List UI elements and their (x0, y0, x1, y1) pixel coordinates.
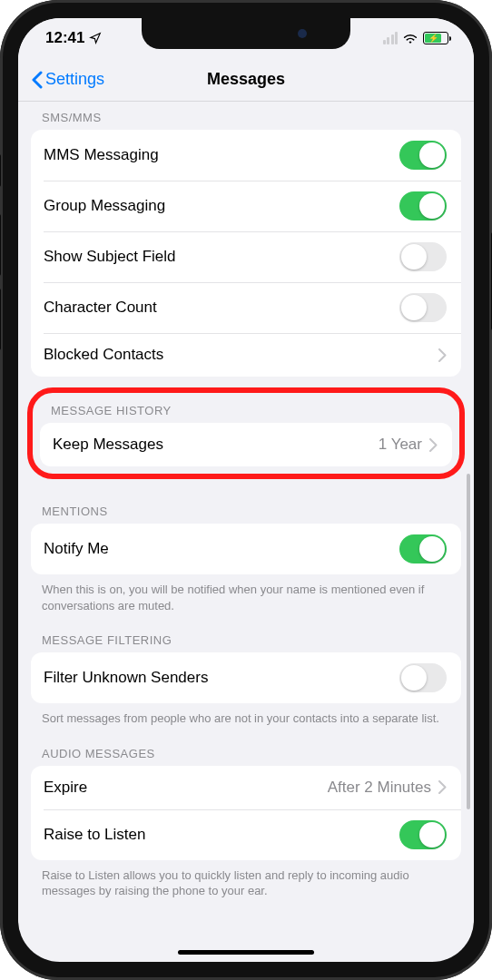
toggle-group[interactable] (399, 191, 447, 220)
cellular-icon (383, 32, 399, 44)
section-header-history: MESSAGE HISTORY (33, 393, 459, 423)
group-sms: MMS Messaging Group Messaging Show Subje… (31, 130, 461, 377)
scroll-indicator[interactable] (467, 474, 470, 809)
row-blocked-contacts[interactable]: Blocked Contacts (31, 333, 461, 377)
volume-up-button (0, 214, 1, 276)
chevron-right-icon (438, 780, 447, 794)
toggle-raise[interactable] (399, 820, 447, 849)
toggle-mms[interactable] (399, 141, 447, 170)
row-expire[interactable]: Expire After 2 Minutes (31, 766, 461, 809)
nav-bar: Settings Messages (18, 58, 474, 102)
row-label: Blocked Contacts (44, 346, 163, 364)
row-label: Keep Messages (53, 436, 163, 454)
row-group-messaging[interactable]: Group Messaging (31, 181, 461, 231)
group-history: Keep Messages 1 Year (40, 423, 452, 466)
group-audio: Expire After 2 Minutes Raise to Listen (31, 766, 461, 860)
settings-content[interactable]: SMS/MMS MMS Messaging Group Messaging Sh… (18, 102, 474, 962)
back-button[interactable]: Settings (31, 70, 104, 89)
silence-switch (0, 154, 1, 187)
wifi-icon (402, 32, 418, 44)
status-time: 12:41 (45, 29, 84, 47)
location-icon (89, 32, 102, 44)
footer-filtering: Sort messages from people who are not in… (18, 703, 474, 730)
footer-audio: Raise to Listen allows you to quickly li… (18, 860, 474, 903)
screen: 12:41 ⚡ (18, 18, 474, 962)
battery-icon: ⚡ (423, 32, 448, 44)
row-value: 1 Year (379, 436, 422, 454)
back-label: Settings (45, 70, 104, 89)
toggle-charcount[interactable] (399, 293, 447, 322)
row-show-subject[interactable]: Show Subject Field (31, 231, 461, 282)
row-mms-messaging[interactable]: MMS Messaging (31, 130, 461, 181)
section-header-sms: SMS/MMS (18, 102, 474, 130)
row-label: Show Subject Field (44, 248, 176, 266)
footer-mentions: When this is on, you will be notified wh… (18, 574, 474, 617)
row-label: MMS Messaging (44, 146, 159, 164)
row-filter-unknown[interactable]: Filter Unknown Senders (31, 652, 461, 703)
chevron-left-icon (31, 71, 44, 89)
row-keep-messages[interactable]: Keep Messages 1 Year (40, 423, 452, 466)
row-label: Group Messaging (44, 197, 165, 215)
row-label: Raise to Listen (44, 826, 145, 844)
toggle-filter[interactable] (399, 663, 447, 692)
notch (142, 18, 350, 49)
volume-down-button (0, 289, 1, 350)
highlight-message-history: MESSAGE HISTORY Keep Messages 1 Year (27, 387, 465, 479)
section-header-filtering: MESSAGE FILTERING (18, 617, 474, 652)
toggle-notify[interactable] (399, 534, 447, 564)
toggle-subject[interactable] (399, 242, 447, 271)
row-label: Expire (44, 779, 87, 797)
group-filtering: Filter Unknown Senders (31, 652, 461, 703)
section-header-mentions: MENTIONS (18, 479, 474, 524)
group-mentions: Notify Me (31, 524, 461, 574)
home-indicator[interactable] (178, 950, 314, 955)
phone-frame: 12:41 ⚡ (0, 0, 492, 980)
row-value: After 2 Minutes (328, 779, 431, 797)
chevron-right-icon (429, 438, 438, 452)
page-title: Messages (207, 70, 285, 89)
row-raise-to-listen[interactable]: Raise to Listen (31, 809, 461, 860)
section-header-audio: AUDIO MESSAGES (18, 730, 474, 766)
charging-bolt-icon: ⚡ (428, 34, 438, 43)
row-character-count[interactable]: Character Count (31, 282, 461, 333)
row-label: Filter Unknown Senders (44, 669, 208, 687)
row-notify-me[interactable]: Notify Me (31, 524, 461, 574)
row-label: Character Count (44, 299, 157, 317)
chevron-right-icon (438, 348, 447, 362)
row-label: Notify Me (44, 540, 109, 558)
